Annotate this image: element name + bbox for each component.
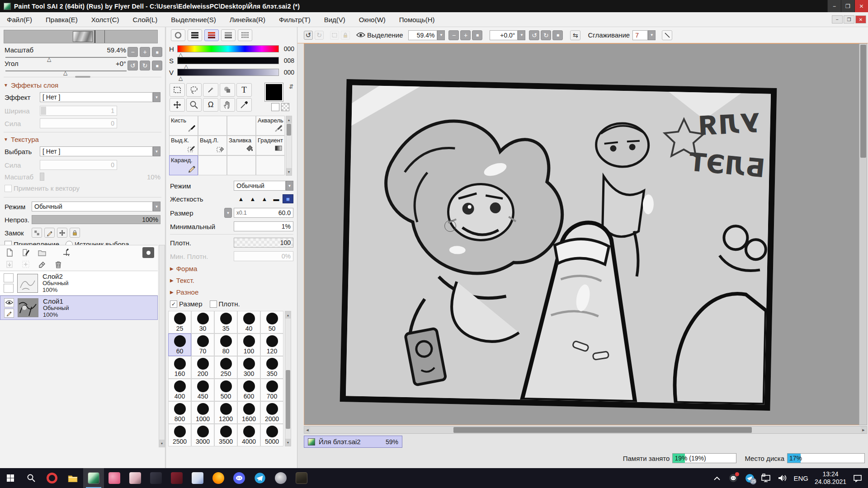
selection-lock-button[interactable] (341, 31, 350, 40)
scrollbar-thumb[interactable] (860, 45, 866, 158)
size-cell[interactable]: 1200 (214, 401, 237, 424)
canvas-vertical-scrollbar[interactable] (859, 43, 867, 425)
document-tab[interactable]: Йля блэт.sai2 59% (304, 436, 402, 448)
size-cell[interactable]: 70 (191, 333, 214, 356)
scrollbar-thumb[interactable] (287, 124, 291, 136)
scroll-down-button[interactable]: ▼ (159, 440, 165, 447)
taskbar-telegram-icon[interactable] (250, 468, 270, 488)
menu-ruler[interactable]: Линейка(R) (223, 16, 272, 23)
layer2-visibility-checkbox[interactable] (4, 273, 14, 282)
window-maximize-button[interactable]: ❐ (841, 0, 854, 12)
hsv-sliders-tab[interactable] (204, 29, 219, 41)
size-cell[interactable]: 600 (237, 379, 260, 401)
canvas-horizontal-scrollbar[interactable]: ◀ ▶ (304, 426, 867, 434)
scrollbar-thumb[interactable] (286, 370, 290, 429)
taskbar-app-pink-icon[interactable] (104, 468, 125, 488)
taskbar-paint-tool-sai-icon[interactable] (83, 468, 104, 488)
scroll-down-button[interactable]: ▼ (286, 168, 292, 175)
taskbar-firefox-icon[interactable] (208, 468, 229, 488)
delete-layer-button[interactable] (52, 259, 64, 270)
flip-canvas-button[interactable]: ⇆ (570, 30, 580, 40)
hue-slider[interactable]: △ (177, 45, 279, 52)
size-cell[interactable]: 2000 (260, 401, 283, 424)
size-cell[interactable]: 100 (237, 333, 260, 356)
brush-cell-akvarel[interactable]: Акварель (256, 116, 285, 136)
marquee-tool[interactable] (170, 83, 185, 97)
eyedropper-tool[interactable] (236, 98, 252, 112)
brush-cell-karandash-selected[interactable]: Каранд. (169, 155, 198, 175)
canvas-rotate-ccw-button[interactable]: ↺ (529, 30, 539, 40)
menu-selection[interactable]: Выделение(S) (164, 16, 222, 23)
mdi-minimize-button[interactable]: − (832, 15, 843, 23)
action-center-icon[interactable] (853, 473, 863, 483)
brush-mode-dropdown-button[interactable]: ▼ (286, 181, 293, 191)
rotate-cw-button[interactable]: ↻ (140, 61, 150, 70)
taskbar-opera-icon[interactable] (42, 468, 62, 488)
texture-strength-field[interactable]: 0 (40, 160, 117, 170)
layer1-visibility-toggle[interactable] (4, 298, 14, 307)
hardness-max-selected[interactable]: ■ (283, 194, 293, 203)
size-cell[interactable]: 5000 (260, 424, 283, 446)
layer-row-2[interactable]: Слой2 Обычный 100% (0, 271, 158, 296)
layer-row-1-selected[interactable]: Слой1 Обычный 100% (0, 296, 158, 320)
panel-splitter[interactable] (4, 77, 161, 77)
size-cell[interactable]: 3500 (214, 424, 237, 446)
primary-color-swatch[interactable] (265, 83, 283, 101)
start-button[interactable] (0, 468, 21, 488)
layer-opacity-slider[interactable]: 100% (32, 215, 160, 224)
color-wheel-tab[interactable] (171, 29, 185, 41)
size-cell[interactable]: 250 (214, 356, 237, 379)
menu-filter[interactable]: Фильтр(T) (272, 16, 317, 23)
tray-telegram-icon[interactable]: 25 (745, 473, 755, 483)
size-field[interactable]: x0.1 60.0 (234, 208, 293, 218)
misc-section-header[interactable]: ▶Разное (170, 288, 198, 296)
hardness-hard[interactable]: ▬ (271, 194, 282, 203)
shape-section-header[interactable]: ▶Форма (170, 265, 197, 272)
mdi-restore-button[interactable]: ❐ (844, 15, 854, 23)
canvas-rotate-reset-button[interactable]: ■ (552, 30, 563, 40)
tray-discord-icon[interactable] (728, 473, 738, 483)
new-linework-layer-button[interactable] (20, 247, 32, 258)
size-cell[interactable]: 120 (260, 333, 283, 356)
canvas-zoom-reset-button[interactable]: ■ (472, 30, 482, 40)
canvas-zoom-dropdown-button[interactable]: ▼ (437, 30, 445, 40)
tray-language-indicator[interactable]: ENG (793, 474, 808, 482)
size-cell[interactable]: 300 (237, 356, 260, 379)
taskbar-app-red-icon[interactable] (166, 468, 187, 488)
brush-cell-vydl[interactable]: Выд.Л. (198, 136, 227, 155)
layer-mode-dropdown[interactable]: Обычный (32, 202, 153, 211)
zoom-in-button[interactable]: + (140, 47, 150, 57)
canvas-angle-field[interactable]: +0.0° (490, 30, 518, 40)
size-cell[interactable]: 4000 (237, 424, 260, 446)
menu-help[interactable]: Помощь(H) (392, 16, 442, 23)
taskbar-app-dark-icon[interactable] (146, 468, 166, 488)
window-minimize-button[interactable]: − (827, 0, 841, 12)
lock-paint-button[interactable] (44, 228, 55, 238)
width-field[interactable]: 1 (40, 106, 117, 116)
layer-mark-button[interactable] (142, 247, 154, 258)
text-tool[interactable]: T (236, 83, 252, 97)
size-cell[interactable]: 30 (191, 311, 214, 333)
brush-cell-kist[interactable]: Кисть (169, 116, 198, 136)
canvas-viewport[interactable]: УЛЯ БЛЭТ (304, 43, 867, 425)
canvas-zoom-field[interactable]: 59.4% (408, 30, 437, 40)
move-tool[interactable] (170, 98, 185, 112)
taskbar-app-game-icon[interactable] (291, 468, 312, 488)
show-size-checkbox[interactable]: ✓ (170, 300, 177, 308)
menu-edit[interactable]: Правка(E) (39, 16, 85, 23)
size-cell-selected[interactable]: 60 (168, 333, 191, 356)
effect-dropdown[interactable]: [ Нет ] (40, 92, 153, 102)
undo-button[interactable]: ↺ (304, 31, 313, 40)
layer2-edit-checkbox[interactable] (4, 284, 14, 293)
smoothing-field[interactable]: 7 (632, 30, 648, 40)
lock-transparency-button[interactable] (32, 228, 42, 238)
navigator-strip[interactable] (4, 30, 158, 43)
brush-cell-zalivka[interactable]: Заливка (227, 136, 256, 155)
size-cell[interactable]: 800 (168, 401, 191, 424)
swatches-tab[interactable] (238, 29, 252, 41)
texture-section-header[interactable]: ▶Текст. (170, 277, 194, 284)
min-density-field[interactable]: 0% (234, 251, 293, 261)
deselect-button[interactable] (330, 31, 339, 40)
shape-tool[interactable] (220, 83, 235, 97)
tray-chevron-up-icon[interactable] (712, 473, 722, 483)
